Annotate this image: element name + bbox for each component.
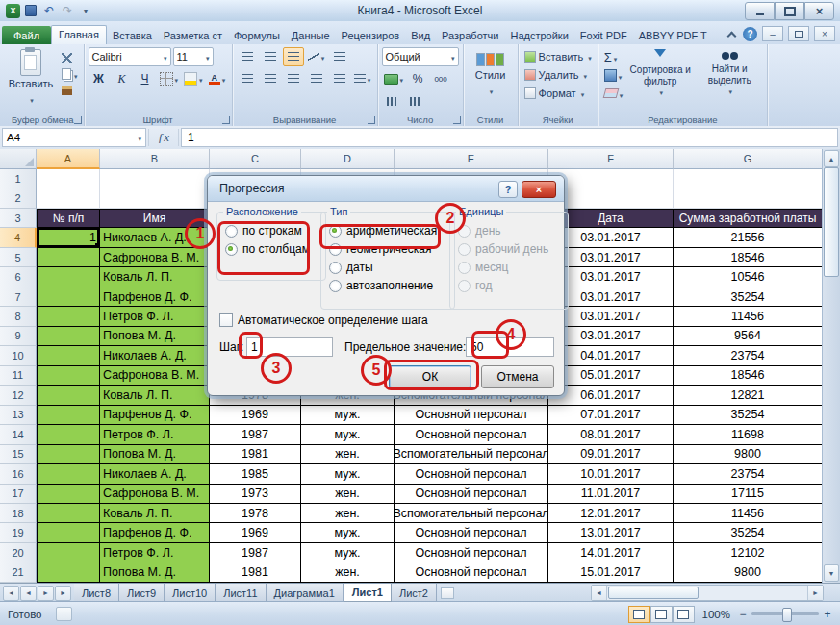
decrease-indent-icon[interactable] bbox=[306, 69, 327, 88]
row-header-14[interactable]: 14 bbox=[0, 425, 37, 444]
ribbon-tab-2[interactable]: Вставка bbox=[107, 26, 158, 44]
cell-A21[interactable] bbox=[37, 562, 100, 582]
cell-B12[interactable]: Коваль Л. П. bbox=[100, 386, 210, 405]
workbook-close-button[interactable]: × bbox=[814, 26, 835, 41]
font-size-select[interactable]: 11 bbox=[173, 47, 214, 66]
page-layout-view-icon[interactable] bbox=[650, 606, 673, 623]
cell-A3[interactable]: № п/п bbox=[37, 209, 100, 228]
cell-G1[interactable] bbox=[674, 169, 823, 188]
cell-G21[interactable]: 9800 bbox=[674, 562, 823, 582]
sheet-tab-6[interactable]: Лист2 bbox=[392, 584, 437, 602]
clear-button[interactable] bbox=[602, 85, 625, 102]
minimize-button[interactable] bbox=[745, 2, 775, 20]
select-all-corner[interactable] bbox=[0, 149, 37, 169]
cell-G13[interactable]: 35254 bbox=[674, 406, 823, 425]
scroll-down-icon[interactable] bbox=[824, 564, 839, 582]
qat-customize-icon[interactable] bbox=[78, 4, 93, 18]
fill-color-icon[interactable] bbox=[182, 69, 205, 88]
row-header-16[interactable]: 16 bbox=[0, 464, 37, 484]
align-right-icon[interactable] bbox=[283, 69, 304, 88]
cell-G16[interactable]: 23754 bbox=[674, 464, 823, 484]
cell-B16[interactable]: Николаев А. Д. bbox=[100, 464, 210, 484]
sheet-tab-2[interactable]: Лист10 bbox=[165, 584, 216, 602]
scroll-up-icon[interactable] bbox=[824, 150, 839, 167]
italic-button[interactable]: К bbox=[112, 69, 133, 88]
currency-icon[interactable] bbox=[382, 69, 406, 88]
ribbon-tab-1[interactable]: Главная bbox=[51, 25, 107, 44]
cell-D21[interactable]: жен. bbox=[301, 562, 395, 582]
column-header-B[interactable]: B bbox=[100, 149, 210, 169]
cell-G9[interactable]: 9564 bbox=[674, 327, 823, 346]
cell-B20[interactable]: Петров Ф. Л. bbox=[100, 543, 210, 562]
cell-E20[interactable]: Основной персонал bbox=[395, 543, 548, 562]
cut-icon[interactable] bbox=[60, 51, 80, 64]
ribbon-tab-6[interactable]: Рецензиров bbox=[336, 26, 406, 44]
cell-C15[interactable]: 1981 bbox=[210, 445, 301, 464]
undo-icon[interactable] bbox=[41, 4, 57, 18]
cell-F20[interactable]: 14.01.2017 bbox=[548, 543, 674, 562]
row-header-6[interactable]: 6 bbox=[0, 267, 37, 287]
cell-C18[interactable]: 1978 bbox=[210, 504, 301, 523]
styles-button[interactable]: Стили bbox=[468, 47, 514, 103]
cell-C16[interactable]: 1985 bbox=[210, 464, 301, 484]
workbook-restore-button[interactable] bbox=[788, 26, 809, 41]
cell-A10[interactable] bbox=[37, 346, 100, 365]
autosum-button[interactable]: Σ bbox=[602, 48, 625, 65]
comma-style-icon[interactable]: 000 bbox=[430, 69, 451, 88]
row-header-12[interactable]: 12 bbox=[0, 386, 37, 405]
cell-B11[interactable]: Сафронова В. М. bbox=[100, 366, 210, 386]
cell-G3[interactable]: Сумма заработной платы bbox=[674, 209, 823, 228]
type-option-2[interactable]: даты bbox=[329, 261, 446, 274]
cell-E21[interactable]: Основной персонал bbox=[395, 562, 548, 582]
cell-A5[interactable] bbox=[37, 248, 100, 267]
column-header-D[interactable]: D bbox=[301, 149, 395, 169]
row-header-2[interactable]: 2 bbox=[0, 188, 37, 208]
insert-sheet-icon[interactable] bbox=[437, 584, 458, 602]
cell-F15[interactable]: 09.01.2017 bbox=[548, 445, 674, 464]
cell-G8[interactable]: 11456 bbox=[674, 307, 823, 326]
cell-A11[interactable] bbox=[37, 366, 100, 386]
cell-E19[interactable]: Основной персонал bbox=[395, 523, 548, 542]
format-cells-button[interactable]: Формат bbox=[522, 84, 594, 102]
row-header-3[interactable]: 3 bbox=[0, 209, 37, 228]
cell-A15[interactable] bbox=[37, 445, 100, 464]
row-header-21[interactable]: 21 bbox=[0, 562, 37, 582]
cell-G20[interactable]: 12102 bbox=[674, 543, 823, 562]
cell-G12[interactable]: 12821 bbox=[674, 386, 823, 405]
cell-B1[interactable] bbox=[100, 169, 210, 188]
cell-G17[interactable]: 17115 bbox=[674, 485, 823, 504]
cell-D14[interactable]: муж. bbox=[301, 425, 395, 444]
font-name-select[interactable]: Calibri bbox=[89, 47, 171, 66]
redo-icon[interactable] bbox=[60, 4, 75, 18]
cell-A7[interactable] bbox=[37, 288, 100, 307]
font-color-icon[interactable]: А bbox=[207, 69, 228, 88]
align-bottom-icon[interactable] bbox=[283, 47, 304, 66]
align-middle-icon[interactable] bbox=[260, 47, 281, 66]
collapse-ribbon-icon[interactable] bbox=[725, 28, 738, 39]
ribbon-tab-4[interactable]: Формулы bbox=[228, 26, 286, 44]
percent-icon[interactable]: % bbox=[407, 69, 428, 88]
cell-B21[interactable]: Попова М. Д. bbox=[100, 562, 210, 582]
cell-D20[interactable]: муж. bbox=[301, 543, 395, 562]
cell-B9[interactable]: Попова М. Д. bbox=[100, 327, 210, 346]
row-header-11[interactable]: 11 bbox=[0, 366, 37, 386]
normal-view-icon[interactable] bbox=[628, 606, 650, 623]
type-option-3[interactable]: автозаполнение bbox=[329, 279, 446, 292]
cell-D16[interactable]: муж. bbox=[301, 464, 395, 484]
cell-A1[interactable] bbox=[37, 169, 100, 188]
cell-F19[interactable]: 13.01.2017 bbox=[548, 523, 674, 542]
underline-button[interactable]: Ч bbox=[135, 69, 156, 88]
sheet-tab-0[interactable]: Лист8 bbox=[74, 584, 119, 602]
first-sheet-icon[interactable] bbox=[3, 586, 19, 601]
sheet-tab-1[interactable]: Лист9 bbox=[119, 584, 165, 602]
align-center-icon[interactable] bbox=[260, 69, 281, 88]
help-icon[interactable]: ? bbox=[743, 27, 757, 41]
zoom-in-icon[interactable]: + bbox=[823, 608, 832, 621]
row-header-1[interactable]: 1 bbox=[0, 169, 37, 188]
macro-record-icon[interactable] bbox=[56, 607, 72, 621]
cell-B14[interactable]: Петров Ф. Л. bbox=[100, 425, 210, 444]
name-box[interactable]: A4 bbox=[2, 128, 146, 147]
row-header-17[interactable]: 17 bbox=[0, 485, 37, 504]
sort-filter-button[interactable]: Сортировка и фильтр bbox=[626, 47, 694, 102]
cell-C19[interactable]: 1969 bbox=[210, 523, 301, 542]
